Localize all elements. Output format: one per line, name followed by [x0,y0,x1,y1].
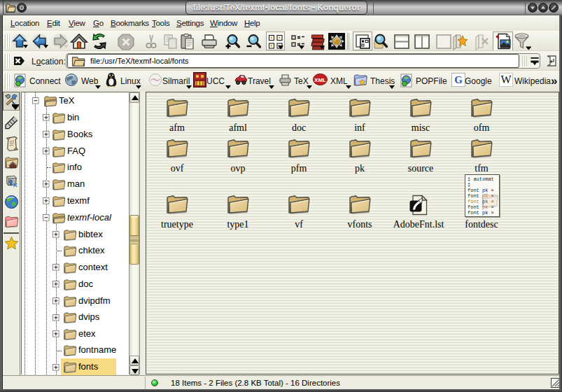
svg-text:G: G [454,74,463,85]
svg-text:W: W [500,74,512,85]
svg-text:XML: XML [314,77,326,83]
